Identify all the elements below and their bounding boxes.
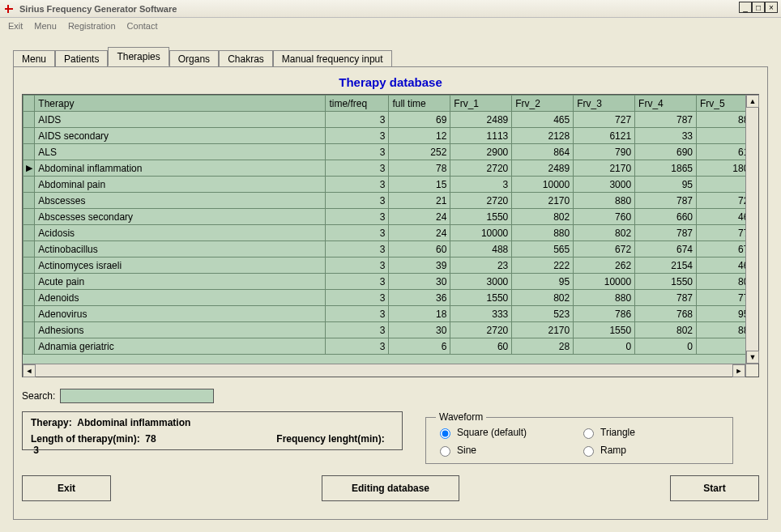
value-cell[interactable]: 3 bbox=[326, 209, 389, 225]
table-row[interactable]: Abdominal pain3153100003000953 bbox=[23, 177, 758, 193]
value-cell[interactable]: 10000 bbox=[512, 177, 574, 193]
value-cell[interactable]: 3 bbox=[326, 257, 389, 274]
value-cell[interactable]: 3 bbox=[326, 193, 389, 209]
value-cell[interactable]: 23 bbox=[450, 257, 512, 274]
value-cell[interactable]: 36 bbox=[389, 290, 450, 306]
scroll-down-icon[interactable]: ▼ bbox=[746, 351, 759, 364]
maximize-button[interactable]: □ bbox=[752, 2, 765, 13]
therapy-name-cell[interactable]: Actinomyces israeli bbox=[35, 257, 326, 274]
therapy-name-cell[interactable]: AIDS secondary bbox=[35, 128, 326, 144]
value-cell[interactable]: 2720 bbox=[450, 193, 512, 209]
value-cell[interactable]: 3 bbox=[326, 338, 389, 355]
value-cell[interactable]: 3 bbox=[326, 112, 389, 128]
value-cell[interactable]: 2720 bbox=[450, 322, 512, 338]
value-cell[interactable]: 465 bbox=[512, 112, 574, 128]
table-row[interactable]: Abscesses32127202170880787727 bbox=[23, 193, 758, 209]
therapy-name-cell[interactable]: Adenovirus bbox=[35, 306, 326, 322]
editing-database-button[interactable]: Editing database bbox=[322, 475, 459, 501]
table-row[interactable]: ALS32522900864790690610 bbox=[23, 144, 758, 160]
value-cell[interactable]: 18 bbox=[389, 306, 450, 322]
column-header[interactable]: Frv_1 bbox=[450, 96, 512, 112]
value-cell[interactable]: 802 bbox=[635, 322, 697, 338]
value-cell[interactable]: 565 bbox=[512, 241, 574, 257]
value-cell[interactable]: 523 bbox=[512, 306, 574, 322]
value-cell[interactable]: 2900 bbox=[450, 144, 512, 160]
value-cell[interactable]: 3 bbox=[450, 177, 512, 193]
value-cell[interactable]: 262 bbox=[574, 257, 635, 274]
value-cell[interactable]: 2170 bbox=[512, 322, 574, 338]
horizontal-scrollbar[interactable]: ◄ ► bbox=[23, 364, 745, 377]
minimize-button[interactable]: _ bbox=[739, 2, 752, 13]
tab-therapies[interactable]: Therapies bbox=[108, 47, 169, 66]
tab-menu[interactable]: Menu bbox=[13, 50, 55, 67]
scroll-left-icon[interactable]: ◄ bbox=[23, 364, 36, 377]
therapy-name-cell[interactable]: Adnamia geriatric bbox=[35, 338, 326, 355]
therapy-grid[interactable]: Therapytime/freqfull timeFrv_1Frv_2Frv_3… bbox=[22, 94, 759, 377]
waveform-radio[interactable] bbox=[440, 428, 450, 439]
table-row[interactable]: ▶Abdominal inflammation37827202489217018… bbox=[23, 160, 758, 177]
therapy-name-cell[interactable]: Abdominal pain bbox=[35, 177, 326, 193]
value-cell[interactable]: 0 bbox=[574, 338, 635, 355]
waveform-radio[interactable] bbox=[583, 428, 594, 439]
table-row[interactable]: Actinobacillus360488565672674678 bbox=[23, 241, 758, 257]
value-cell[interactable]: 21 bbox=[389, 193, 450, 209]
column-header[interactable]: Frv_4 bbox=[635, 96, 697, 112]
tab-patients[interactable]: Patients bbox=[55, 50, 108, 67]
menu-exit[interactable]: Exit bbox=[8, 21, 23, 31]
value-cell[interactable]: 222 bbox=[512, 257, 574, 274]
value-cell[interactable]: 3 bbox=[326, 160, 389, 177]
value-cell[interactable]: 33 bbox=[635, 128, 697, 144]
value-cell[interactable]: 802 bbox=[512, 209, 574, 225]
column-header[interactable]: Frv_2 bbox=[512, 96, 574, 112]
therapy-name-cell[interactable]: Abdominal inflammation bbox=[35, 160, 326, 177]
value-cell[interactable]: 3 bbox=[326, 128, 389, 144]
value-cell[interactable]: 690 bbox=[635, 144, 697, 160]
value-cell[interactable]: 3 bbox=[326, 306, 389, 322]
table-row[interactable]: Actinomyces israeli339232222622154465 bbox=[23, 257, 758, 274]
value-cell[interactable]: 787 bbox=[635, 193, 697, 209]
therapy-name-cell[interactable]: Abscesses secondary bbox=[35, 209, 326, 225]
tab-chakras[interactable]: Chakras bbox=[219, 50, 273, 67]
waveform-option[interactable]: Square (default) bbox=[436, 426, 579, 439]
value-cell[interactable]: 39 bbox=[389, 257, 450, 274]
value-cell[interactable]: 6121 bbox=[574, 128, 635, 144]
therapy-name-cell[interactable]: Acute pain bbox=[35, 274, 326, 290]
table-row[interactable]: Adenoids3361550802880787776 bbox=[23, 290, 758, 306]
table-row[interactable]: Adnamia geriatric366028000 bbox=[23, 338, 758, 355]
waveform-option[interactable]: Sine bbox=[436, 444, 579, 457]
value-cell[interactable]: 24 bbox=[389, 209, 450, 225]
value-cell[interactable]: 880 bbox=[574, 193, 635, 209]
therapy-name-cell[interactable]: Adenoids bbox=[35, 290, 326, 306]
value-cell[interactable]: 787 bbox=[635, 225, 697, 241]
value-cell[interactable]: 3 bbox=[326, 274, 389, 290]
value-cell[interactable]: 1865 bbox=[635, 160, 697, 177]
value-cell[interactable]: 3 bbox=[326, 322, 389, 338]
value-cell[interactable]: 30 bbox=[389, 322, 450, 338]
value-cell[interactable]: 10000 bbox=[574, 274, 635, 290]
value-cell[interactable]: 95 bbox=[635, 177, 697, 193]
value-cell[interactable]: 768 bbox=[635, 306, 697, 322]
value-cell[interactable]: 60 bbox=[450, 338, 512, 355]
value-cell[interactable]: 6 bbox=[389, 338, 450, 355]
value-cell[interactable]: 488 bbox=[450, 241, 512, 257]
therapy-name-cell[interactable]: ALS bbox=[35, 144, 326, 160]
value-cell[interactable]: 2170 bbox=[512, 193, 574, 209]
value-cell[interactable]: 864 bbox=[512, 144, 574, 160]
value-cell[interactable]: 2489 bbox=[512, 160, 574, 177]
therapy-name-cell[interactable]: Abscesses bbox=[35, 193, 326, 209]
scroll-up-icon[interactable]: ▲ bbox=[746, 95, 759, 108]
value-cell[interactable]: 78 bbox=[389, 160, 450, 177]
value-cell[interactable]: 1113 bbox=[450, 128, 512, 144]
value-cell[interactable]: 790 bbox=[574, 144, 635, 160]
value-cell[interactable]: 2720 bbox=[450, 160, 512, 177]
tab-organs[interactable]: Organs bbox=[169, 50, 219, 67]
value-cell[interactable]: 802 bbox=[512, 290, 574, 306]
menu-contact[interactable]: Contact bbox=[127, 21, 158, 31]
value-cell[interactable]: 786 bbox=[574, 306, 635, 322]
table-row[interactable]: Acute pain330300095100001550802 bbox=[23, 274, 758, 290]
scroll-right-icon[interactable]: ► bbox=[732, 364, 745, 377]
vertical-scrollbar[interactable]: ▲ ▼ bbox=[745, 95, 758, 364]
therapy-name-cell[interactable]: Adhesions bbox=[35, 322, 326, 338]
value-cell[interactable]: 1550 bbox=[450, 290, 512, 306]
value-cell[interactable]: 3 bbox=[326, 241, 389, 257]
